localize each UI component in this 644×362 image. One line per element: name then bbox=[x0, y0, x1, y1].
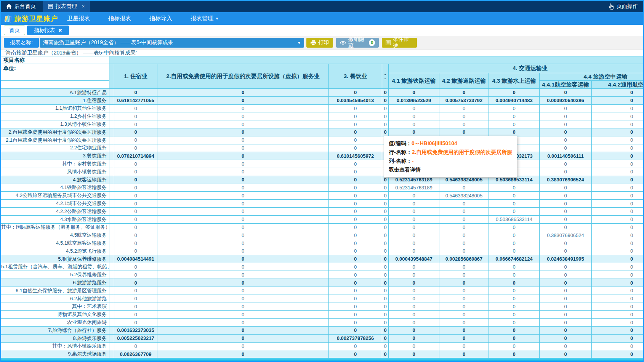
value-cell[interactable]: 0 bbox=[114, 168, 157, 176]
value-cell[interactable]: 0 bbox=[157, 263, 329, 271]
value-cell[interactable]: 0 bbox=[157, 168, 329, 176]
value-cell[interactable]: 0 bbox=[439, 200, 489, 208]
nav-item-report-management[interactable]: 报表管理 ▼ bbox=[181, 12, 228, 25]
value-cell[interactable]: 0 bbox=[157, 152, 329, 160]
value-cell[interactable]: 0 bbox=[540, 334, 592, 342]
horizontal-scrollbar[interactable] bbox=[1, 358, 643, 361]
value-cell[interactable]: 0 bbox=[157, 112, 329, 120]
value-cell[interactable]: 0 bbox=[439, 334, 489, 342]
value-cell[interactable]: 0 bbox=[439, 184, 489, 192]
value-cell[interactable]: 0 bbox=[389, 319, 439, 327]
value-cell[interactable]: 0 bbox=[157, 128, 329, 136]
value-cell[interactable]: 0 bbox=[382, 120, 389, 128]
value-cell[interactable]: 0 bbox=[540, 89, 592, 97]
value-cell[interactable]: 0 bbox=[489, 350, 540, 358]
value-cell[interactable]: 0 bbox=[592, 168, 644, 176]
value-cell[interactable]: 0 bbox=[540, 303, 592, 311]
value-cell[interactable]: 0 bbox=[157, 215, 329, 223]
filter-button[interactable]: 条件筛选 bbox=[382, 38, 417, 48]
value-cell[interactable]: 0 bbox=[389, 128, 439, 136]
value-cell[interactable]: 0 bbox=[540, 215, 592, 223]
value-cell[interactable]: 0.383076906524 bbox=[540, 176, 592, 184]
value-cell[interactable]: 0 bbox=[382, 89, 389, 97]
value-cell[interactable]: 0 bbox=[157, 342, 329, 350]
value-cell[interactable]: 0 bbox=[329, 350, 382, 358]
value-cell[interactable]: 0.383076906524 bbox=[540, 231, 592, 239]
value-cell[interactable]: 0 bbox=[540, 136, 592, 144]
value-cell[interactable]: 0 bbox=[439, 231, 489, 239]
value-cell[interactable]: 0.005753733792 bbox=[439, 96, 489, 104]
value-cell[interactable]: 0 bbox=[439, 215, 489, 223]
value-cell[interactable]: 0 bbox=[157, 295, 329, 303]
value-cell[interactable]: 0 bbox=[157, 96, 329, 104]
value-cell[interactable]: 0 bbox=[114, 223, 157, 231]
value-cell[interactable]: 0 bbox=[540, 223, 592, 231]
value-cell[interactable]: 0 bbox=[382, 207, 389, 215]
value-cell[interactable]: 0 bbox=[329, 255, 382, 263]
value-cell[interactable]: 0 bbox=[592, 96, 644, 104]
value-cell[interactable]: 0 bbox=[329, 168, 382, 176]
value-cell[interactable]: 0 bbox=[592, 342, 644, 350]
value-cell[interactable]: 0 bbox=[382, 311, 389, 319]
value-cell[interactable]: 0 bbox=[329, 326, 382, 334]
value-cell[interactable]: 0 bbox=[382, 295, 389, 303]
value-cell[interactable]: 0 bbox=[592, 223, 644, 231]
value-cell[interactable]: 0 bbox=[540, 120, 592, 128]
value-cell[interactable]: 0 bbox=[489, 263, 540, 271]
nav-item-satellite-reports[interactable]: 卫星报表 bbox=[58, 12, 99, 25]
value-cell[interactable]: 0 bbox=[329, 287, 382, 295]
value-cell[interactable]: 0.004084514491 bbox=[114, 255, 157, 263]
value-cell[interactable]: 0 bbox=[329, 295, 382, 303]
value-cell[interactable]: 0.618142771055 bbox=[114, 96, 157, 104]
value-cell[interactable]: 0 bbox=[114, 176, 157, 184]
value-cell[interactable]: 0 bbox=[329, 319, 382, 327]
value-cell[interactable]: 0 bbox=[489, 295, 540, 303]
nav-item-indicator-reports[interactable]: 指标报表 bbox=[99, 12, 140, 25]
value-cell[interactable]: 0 bbox=[389, 215, 439, 223]
value-cell[interactable]: 0.002737878256 bbox=[329, 334, 382, 342]
value-cell[interactable]: 0 bbox=[439, 287, 489, 295]
value-cell[interactable]: 0.0026367709 bbox=[114, 350, 157, 358]
value-cell[interactable]: 0 bbox=[114, 120, 157, 128]
value-cell[interactable]: 0 bbox=[114, 192, 157, 200]
value-cell[interactable]: 0 bbox=[439, 279, 489, 287]
value-cell[interactable]: 0.005225023217 bbox=[114, 334, 157, 342]
value-cell[interactable]: 0.024638491995 bbox=[540, 255, 592, 263]
value-cell[interactable]: 0 bbox=[592, 89, 644, 97]
value-cell[interactable]: 0 bbox=[382, 319, 389, 327]
value-cell[interactable]: 0 bbox=[540, 287, 592, 295]
value-cell[interactable]: 0 bbox=[489, 231, 540, 239]
col-header-air-passenger[interactable]: 4.4.1航空旅客运输 bbox=[540, 81, 592, 89]
value-cell[interactable]: 0 bbox=[389, 112, 439, 120]
value-cell[interactable]: 0 bbox=[592, 326, 644, 334]
value-cell[interactable]: 0.066674682124 bbox=[489, 255, 540, 263]
value-cell[interactable]: 0 bbox=[157, 239, 329, 247]
col-header-dash[interactable]: - - bbox=[382, 64, 389, 89]
value-cell[interactable]: 0 bbox=[382, 223, 389, 231]
value-cell[interactable]: 0 bbox=[389, 247, 439, 255]
value-cell[interactable]: 0 bbox=[592, 112, 644, 120]
value-cell[interactable]: 0 bbox=[592, 247, 644, 255]
value-cell[interactable]: 0 bbox=[382, 247, 389, 255]
value-cell[interactable]: 0 bbox=[540, 263, 592, 271]
print-button[interactable]: 打印 bbox=[306, 38, 333, 48]
value-cell[interactable]: 0 bbox=[114, 295, 157, 303]
value-cell[interactable]: 0 bbox=[157, 334, 329, 342]
value-cell[interactable]: 0.070210714894 bbox=[114, 152, 157, 160]
value-cell[interactable]: 0 bbox=[329, 144, 382, 152]
value-cell[interactable]: 0 bbox=[157, 136, 329, 144]
value-cell[interactable]: 0 bbox=[157, 207, 329, 215]
value-cell[interactable]: 0.001140506111 bbox=[540, 152, 592, 160]
value-cell[interactable]: 0 bbox=[592, 303, 644, 311]
value-cell[interactable]: 0 bbox=[157, 319, 329, 327]
tab-close-icon[interactable]: ✖ bbox=[58, 28, 62, 33]
value-cell[interactable]: 0 bbox=[540, 326, 592, 334]
value-cell[interactable]: 0 bbox=[382, 350, 389, 358]
value-cell[interactable]: 0 bbox=[114, 215, 157, 223]
value-cell[interactable]: 0 bbox=[389, 207, 439, 215]
value-cell[interactable]: 0 bbox=[592, 295, 644, 303]
value-cell[interactable]: 0 bbox=[489, 223, 540, 231]
value-cell[interactable]: 0 bbox=[389, 200, 439, 208]
value-cell[interactable]: 0 bbox=[439, 342, 489, 350]
value-cell[interactable]: 0 bbox=[157, 247, 329, 255]
